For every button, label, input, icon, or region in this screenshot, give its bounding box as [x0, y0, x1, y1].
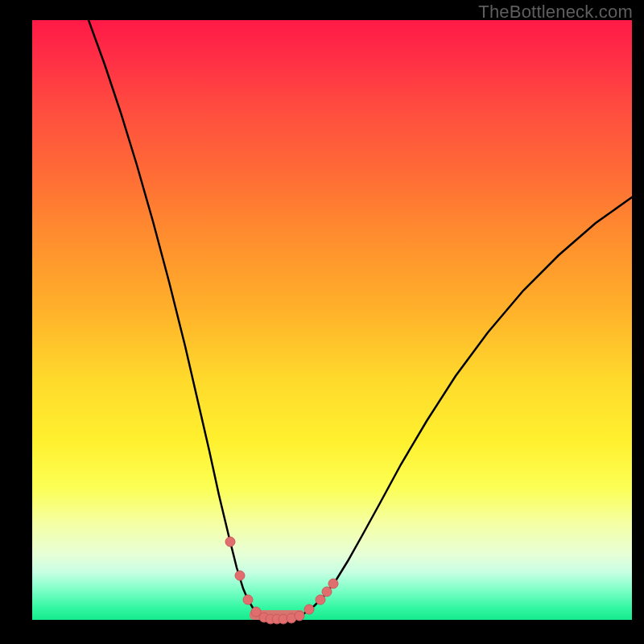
bottleneck-curve [89, 20, 632, 619]
scatter-dot [225, 537, 235, 547]
scatter-dot [243, 595, 253, 605]
scatter-dot [295, 611, 304, 621]
scatter-dot [328, 579, 338, 588]
scatter-dot [316, 595, 325, 605]
scatter-dot [322, 587, 332, 597]
chart-frame: TheBottleneck.com [0, 0, 644, 644]
scatter-dot [304, 605, 314, 614]
plot-area [32, 20, 632, 620]
watermark-text: TheBottleneck.com [478, 2, 633, 23]
scatter-dot [235, 571, 245, 580]
chart-svg [32, 20, 632, 620]
